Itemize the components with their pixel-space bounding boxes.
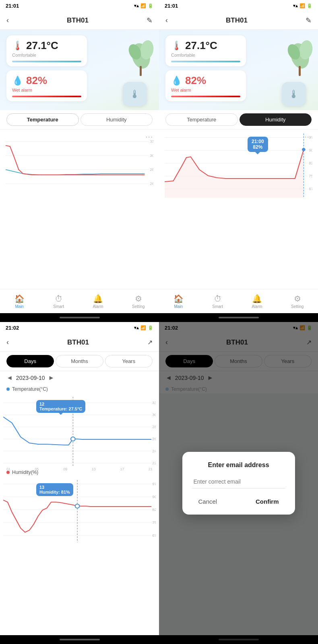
date-label-bl: 2023-09-10: [16, 375, 45, 381]
nav-alarm-icon-tl: 🔔: [93, 294, 103, 304]
sensor-area-tl: 🌡️ 27.1°C Comfortable 💧 82% Wet alarm 🌡: [0, 30, 159, 110]
battery-icon: 🔋: [148, 3, 153, 8]
top-bar-tl: ‹ BTH01 ✎: [0, 11, 159, 30]
humidity-value-tr: 82%: [185, 74, 206, 87]
svg-text:97.5: 97.5: [152, 482, 156, 486]
chart-area-tl: ··· 33 30.8 28.6 26.4: [0, 129, 159, 289]
nav-setting-label-tl: Setting: [132, 304, 145, 309]
thermo-icon-tr: 🌡: [288, 88, 299, 101]
chart-area-tr: ··· 21:00 82% 97.5: [159, 129, 318, 289]
email-input[interactable]: [192, 475, 285, 488]
nav-alarm-icon-tr: 🔔: [252, 294, 262, 304]
svg-rect-3: [140, 66, 142, 76]
humidity-icon-tl: 💧: [12, 76, 23, 86]
cancel-button[interactable]: Cancel: [192, 496, 224, 507]
nav-main-label-tl: Main: [15, 304, 24, 309]
temp-icon-tr: 🌡️: [171, 41, 182, 51]
svg-marker-16: [165, 150, 304, 198]
humidity-value-tl: 82%: [26, 74, 47, 87]
svg-text:22: 22: [152, 461, 156, 465]
svg-text:67.5: 67.5: [152, 533, 156, 537]
svg-text:24.2: 24.2: [152, 449, 156, 453]
period-years-bl[interactable]: Years: [105, 355, 153, 367]
dialog-buttons: Cancel Confirm: [192, 496, 285, 507]
confirm-button[interactable]: Confirm: [249, 496, 285, 507]
nav-main-icon-tl: 🏠: [14, 294, 25, 304]
humidity-tooltip-bl: 13 Humidity: 81%: [36, 483, 73, 496]
tab-humidity-tr[interactable]: Humidity: [240, 113, 312, 126]
temp-tooltip-hour-bl: 12: [39, 402, 82, 406]
temp-legend-dot-bl: [6, 388, 10, 391]
period-days-bl[interactable]: Days: [6, 355, 54, 367]
nav-smart-tr[interactable]: ⏱ Smart: [212, 294, 223, 309]
svg-text:28.6: 28.6: [150, 168, 153, 172]
time-bl: 21:02: [6, 325, 19, 331]
svg-text:26.4: 26.4: [152, 437, 156, 441]
nav-setting-tl[interactable]: ⚙ Setting: [132, 294, 145, 309]
humidity-tooltip-text-bl: Humidity: 81%: [39, 490, 70, 494]
date-next-bl[interactable]: ►: [48, 374, 54, 381]
period-tabs-bl: Days Months Years: [0, 352, 159, 371]
nav-alarm-tl[interactable]: 🔔 Alarm: [93, 294, 103, 309]
home-indicator-tr: [159, 313, 318, 322]
tab-humidity-tl[interactable]: Humidity: [81, 113, 153, 126]
screen-bottom-right: 21:02 ▾▴ 📶 🔋 ‹ BTH01 ↗ Days Months Years…: [159, 322, 318, 644]
wifi-icon-tr: ▾▴: [293, 3, 298, 8]
nav-alarm-label-tl: Alarm: [93, 304, 103, 309]
date-prev-bl[interactable]: ◄: [6, 374, 13, 381]
humidity-card-tr: 💧 82% Wet alarm: [165, 70, 246, 101]
nav-setting-tr[interactable]: ⚙ Setting: [291, 294, 304, 309]
humidity-alarm-tl: Wet alarm: [12, 88, 32, 92]
humidity-tooltip-hour-bl: 13: [39, 485, 70, 490]
svg-point-49: [75, 504, 80, 508]
svg-text:33: 33: [152, 401, 156, 405]
header-title-tr: BTH01: [226, 16, 248, 25]
temp-label-tr: Comfortable: [171, 53, 195, 57]
svg-text:97.5: 97.5: [309, 135, 312, 139]
temp-chart-bl: 12 Temperature: 27.5°C 33 30.8 28.6 26.4…: [0, 394, 159, 468]
svg-text:30.8: 30.8: [150, 154, 153, 158]
svg-text:28.6: 28.6: [152, 425, 156, 429]
svg-text:90: 90: [309, 148, 312, 152]
screen-bottom-left: 21:02 ▾▴ 📶 🔋 ‹ BTH01 ↗ Days Months Years…: [0, 322, 159, 644]
home-bar-tr: [219, 317, 259, 318]
nav-main-tr[interactable]: 🏠 Main: [173, 294, 184, 309]
temp-card-tr: 🌡️ 27.1°C Comfortable: [165, 35, 246, 66]
temp-legend-row-bl: Temperature(°C): [0, 385, 159, 394]
temp-value-tl: 27.1°C: [26, 39, 58, 52]
chart-tooltip-tr: 21:00 82%: [248, 137, 268, 152]
status-bar-tr: 21:01 ▾▴ 📶 🔋: [159, 0, 318, 11]
bottom-nav-tr: 🏠 Main ⏱ Smart 🔔 Alarm ⚙ Setting: [159, 289, 318, 313]
signal-icon-tr: 📶: [299, 3, 305, 8]
time-tl: 21:01: [6, 3, 19, 9]
back-button-tr[interactable]: ‹: [165, 16, 168, 25]
status-bar-tl: 21:01 ▾▴ 📶 🔋: [0, 0, 159, 11]
nav-main-tl[interactable]: 🏠 Main: [14, 294, 25, 309]
tab-temperature-tl[interactable]: Temperature: [6, 113, 79, 126]
svg-text:75: 75: [152, 521, 156, 525]
plant-decoration-tl: [123, 34, 155, 78]
humidity-bar-tl: [12, 96, 81, 97]
wifi-icon: ▾▴: [134, 3, 139, 8]
humidity-legend-dot-bl: [6, 471, 10, 474]
svg-point-23: [302, 148, 306, 151]
nav-alarm-tr[interactable]: 🔔 Alarm: [252, 294, 262, 309]
back-button-tl[interactable]: ‹: [6, 16, 9, 25]
nav-smart-tl[interactable]: ⏱ Smart: [53, 294, 64, 309]
home-indicator-bl: [0, 635, 159, 644]
period-months-bl[interactable]: Months: [56, 355, 103, 367]
svg-text:30.8: 30.8: [152, 413, 156, 417]
battery-icon-tr: 🔋: [307, 3, 312, 8]
battery-icon-bl: 🔋: [148, 325, 153, 330]
edit-button-tl[interactable]: ✎: [147, 16, 153, 25]
tab-temperature-tr[interactable]: Temperature: [165, 113, 238, 126]
wifi-icon-bl: ▾▴: [134, 325, 139, 330]
tooltip-time-tr: 21:00: [252, 139, 264, 144]
nav-setting-icon-tr: ⚙: [294, 294, 301, 304]
svg-text:33: 33: [150, 139, 153, 144]
share-button-bl[interactable]: ↗: [147, 338, 153, 346]
back-button-bl[interactable]: ‹: [6, 338, 9, 347]
nav-alarm-label-tr: Alarm: [252, 304, 262, 309]
svg-text:82.5: 82.5: [309, 161, 312, 165]
edit-button-tr[interactable]: ✎: [306, 16, 312, 25]
